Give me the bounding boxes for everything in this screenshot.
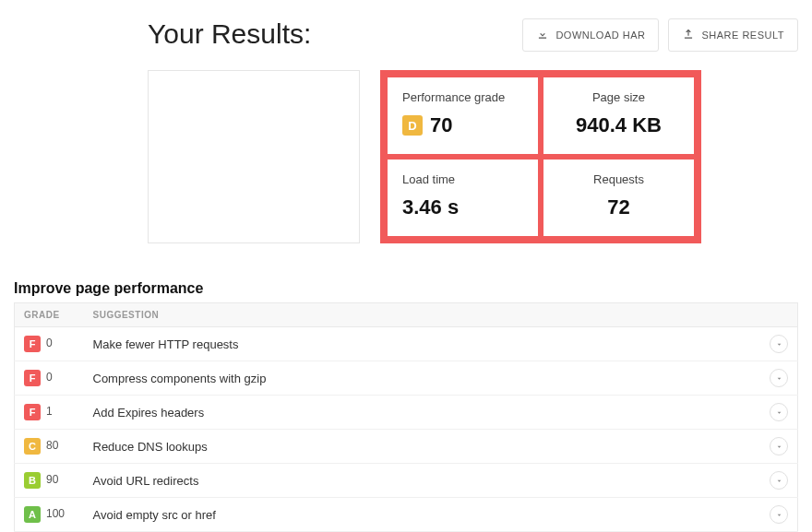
stat-requests: Requests 72 <box>543 160 694 236</box>
stats-panel: Performance grade D 70 Page size 940.4 K… <box>380 70 701 243</box>
performance-score: 70 <box>430 113 452 137</box>
stat-label: Page size <box>558 90 679 104</box>
table-row[interactable]: F0Compress components with gzip <box>15 361 798 396</box>
chevron-down-icon <box>775 372 783 385</box>
table-row[interactable]: C80Reduce DNS lookups <box>15 430 798 464</box>
grade-badge: F <box>24 404 41 420</box>
suggestion-text: Add Expires headers <box>84 396 761 430</box>
expand-row-button[interactable] <box>770 505 788 524</box>
grade-badge: D <box>402 115 423 136</box>
grade-score: 1 <box>46 405 53 418</box>
share-result-button[interactable]: SHARE RESULT <box>668 18 798 52</box>
grade-badge: F <box>24 370 41 386</box>
page-title: Your Results: <box>148 18 513 50</box>
grade-badge: F <box>24 336 41 352</box>
grade-score: 100 <box>46 507 65 520</box>
col-header-grade: GRADE <box>15 303 84 327</box>
page-preview-thumbnail <box>148 70 360 243</box>
grade-badge: B <box>24 472 41 489</box>
expand-row-button[interactable] <box>770 369 788 387</box>
load-time-value: 3.46 s <box>402 195 523 219</box>
section-title: Improve page performance <box>14 280 798 297</box>
download-har-button[interactable]: DOWNLOAD HAR <box>522 18 659 52</box>
performance-table: GRADE SUGGESTION F0Make fewer HTTP reque… <box>14 302 798 532</box>
expand-row-button[interactable] <box>770 335 788 353</box>
table-row[interactable]: F1Add Expires headers <box>15 396 798 430</box>
grade-badge: A <box>24 506 41 523</box>
share-icon <box>682 28 695 42</box>
table-row[interactable]: F0Make fewer HTTP requests <box>15 327 798 361</box>
grade-score: 80 <box>46 439 58 452</box>
stat-performance-grade: Performance grade D 70 <box>388 77 538 154</box>
expand-row-button[interactable] <box>770 403 788 421</box>
stat-load-time: Load time 3.46 s <box>388 160 538 236</box>
requests-value: 72 <box>558 195 679 219</box>
grade-score: 90 <box>46 473 58 486</box>
chevron-down-icon <box>775 508 783 522</box>
grade-badge: C <box>24 438 41 455</box>
grade-score: 0 <box>46 337 53 349</box>
table-row[interactable]: B90Avoid URL redirects <box>15 464 798 498</box>
suggestion-text: Make fewer HTTP requests <box>84 327 761 361</box>
stat-label: Requests <box>558 172 679 186</box>
download-icon <box>536 28 549 42</box>
expand-row-button[interactable] <box>770 437 788 455</box>
suggestion-text: Reduce DNS lookups <box>84 430 761 464</box>
suggestion-text: Avoid URL redirects <box>84 464 761 498</box>
chevron-down-icon <box>775 474 783 488</box>
page-size-value: 940.4 KB <box>558 113 679 137</box>
share-result-label: SHARE RESULT <box>701 30 784 41</box>
suggestion-text: Avoid empty src or href <box>84 498 761 532</box>
suggestion-text: Compress components with gzip <box>84 361 761 396</box>
expand-row-button[interactable] <box>770 471 788 490</box>
grade-score: 0 <box>46 371 53 384</box>
chevron-down-icon <box>775 337 783 351</box>
table-row[interactable]: A100Avoid empty src or href <box>15 498 798 532</box>
col-header-suggestion: SUGGESTION <box>84 303 761 327</box>
chevron-down-icon <box>775 440 783 454</box>
stat-label: Load time <box>402 172 523 186</box>
chevron-down-icon <box>775 406 783 420</box>
stat-label: Performance grade <box>402 90 523 104</box>
download-har-label: DOWNLOAD HAR <box>555 30 645 41</box>
stat-page-size: Page size 940.4 KB <box>543 77 694 154</box>
